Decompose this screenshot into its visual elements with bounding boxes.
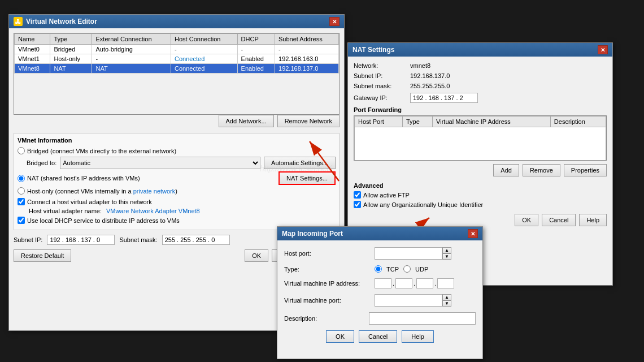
cell-vmnet1-subnet: 192.168.163.0 <box>275 54 339 64</box>
nat-subnet-mask-row: Subnet mask: 255.255.255.0 <box>354 83 607 89</box>
udp-radio[interactable] <box>403 265 411 273</box>
adapter-checkbox-row[interactable]: Connect a host virtual adapter to this n… <box>18 198 336 205</box>
pf-buttons: Add Remove Properties <box>354 164 607 176</box>
vne-ok-button[interactable]: OK <box>245 249 268 262</box>
map-ok-button[interactable]: OK <box>326 330 354 343</box>
hostonly-radio-row[interactable]: Host-only (connect VMs internally in a p… <box>18 187 336 195</box>
port-table-container: Host Port Type Virtual Machine IP Addres… <box>354 115 607 161</box>
map-title-bar[interactable]: Map Incoming Port ✕ <box>277 227 482 240</box>
remove-network-button[interactable]: Remove Network <box>277 115 340 127</box>
dhcp-checkbox[interactable] <box>18 217 25 224</box>
cell-vmnet8-host: Connected <box>171 64 237 74</box>
bridged-radio[interactable] <box>18 147 25 154</box>
vm-port-decrement[interactable]: ▼ <box>442 300 451 307</box>
host-port-row: Host port: ▲ ▼ <box>284 247 476 260</box>
auto-settings-button[interactable]: Automatic Settings... <box>264 157 336 169</box>
ftp-checkbox-row[interactable]: Allow active FTP <box>354 191 607 199</box>
cell-vmnet1-ext: - <box>92 54 171 64</box>
nat-subnet-ip-value: 192.168.137.0 <box>410 72 450 79</box>
map-close-button[interactable]: ✕ <box>468 229 478 238</box>
type-radio-group: TCP UDP <box>375 265 428 273</box>
nat-gateway-input[interactable] <box>410 93 478 103</box>
nat-ok-button[interactable]: OK <box>515 214 538 226</box>
type-row: Type: TCP UDP <box>284 265 476 273</box>
udp-label: UDP <box>415 266 428 273</box>
vm-ip-octet2[interactable] <box>395 278 412 288</box>
type-label: Type: <box>284 266 375 273</box>
network-buttons: Add Network... Remove Network <box>14 115 340 127</box>
map-help-button[interactable]: Help <box>402 330 434 343</box>
table-row[interactable]: VMnet0 Bridged Auto-bridging - - - <box>15 45 339 54</box>
nat-network-value: vmnet8 <box>410 62 430 69</box>
hostonly-radio[interactable] <box>18 187 25 195</box>
vmnet-info-label: VMnet Information <box>18 137 336 144</box>
subnet-ip-label: Subnet IP: <box>14 236 42 243</box>
vm-ip-octet4[interactable] <box>437 278 454 288</box>
vm-port-input[interactable] <box>375 294 442 307</box>
nat-cancel-button[interactable]: Cancel <box>542 214 576 226</box>
vm-ip-label: Virtual machine IP address: <box>284 280 375 287</box>
org-checkbox[interactable] <box>354 201 361 208</box>
cell-vmnet0-dhcp: - <box>237 45 275 54</box>
cell-vmnet8-dhcp: Enabled <box>237 64 275 74</box>
host-port-decrement[interactable]: ▼ <box>442 253 451 260</box>
pf-remove-button[interactable]: Remove <box>523 164 560 176</box>
map-content: Host port: ▲ ▼ Type: TCP UDP Virtual mac… <box>277 240 482 350</box>
table-row[interactable]: VMnet1 Host-only - Connected Enabled 192… <box>15 54 339 64</box>
nat-gateway-label: Gateway IP: <box>354 94 410 101</box>
subnet-mask-input[interactable] <box>162 235 230 245</box>
adapter-label: Connect a host virtual adapter to this n… <box>27 199 152 205</box>
cell-vmnet1-host: Connected <box>171 54 237 64</box>
nat-network-label: Network: <box>354 62 410 69</box>
advanced-label: Advanced <box>354 182 607 189</box>
host-port-input[interactable] <box>375 247 442 260</box>
nat-help-button[interactable]: Help <box>579 214 607 226</box>
vne-close-button[interactable]: ✕ <box>329 17 340 26</box>
restore-default-button[interactable]: Restore Default <box>14 249 71 262</box>
tcp-radio[interactable] <box>375 265 382 273</box>
ftp-checkbox[interactable] <box>354 191 361 199</box>
network-table-container: Name Type External Connection Host Conne… <box>14 33 340 115</box>
dhcp-checkbox-row[interactable]: Use local DHCP service to distribute IP … <box>18 217 336 224</box>
pf-col-desc: Description <box>550 117 606 127</box>
cell-vmnet8-name: VMnet8 <box>15 64 50 74</box>
cell-vmnet1-name: VMnet1 <box>15 54 50 64</box>
nat-settings-button[interactable]: NAT Settings... <box>279 171 336 185</box>
vm-ip-octet3[interactable] <box>416 278 433 288</box>
dhcp-label: Use local DHCP service to distribute IP … <box>27 217 180 224</box>
nat-radio[interactable] <box>18 175 25 182</box>
add-network-button[interactable]: Add Network... <box>219 115 274 127</box>
vm-ip-octet1[interactable] <box>375 278 391 288</box>
tcp-label: TCP <box>386 266 399 273</box>
map-cancel-button[interactable]: Cancel <box>359 330 397 343</box>
host-port-spinner-buttons: ▲ ▼ <box>442 247 451 260</box>
cell-vmnet1-type: Host-only <box>50 54 92 64</box>
adapter-checkbox[interactable] <box>18 198 25 205</box>
table-row[interactable]: VMnet8 NAT NAT Connected Enabled 192.168… <box>15 64 339 74</box>
host-port-increment[interactable]: ▲ <box>442 247 451 253</box>
pf-properties-button[interactable]: Properties <box>564 164 607 176</box>
nat-bottom-buttons: OK Cancel Help <box>354 214 607 226</box>
vne-title-text: Virtual Network Editor <box>26 18 97 25</box>
org-label: Allow any Organizationally Unique Identi… <box>363 201 483 208</box>
pf-col-type: Type <box>402 117 432 127</box>
bridged-to-select[interactable]: Automatic <box>60 157 260 169</box>
description-input[interactable] <box>369 312 476 325</box>
description-label: Description: <box>284 315 369 322</box>
pf-col-vm-ip: Virtual Machine IP Address <box>433 117 551 127</box>
vne-title-bar[interactable]: 🖧 Virtual Network Editor ✕ <box>9 15 344 28</box>
map-title-text: Map Incoming Port <box>282 230 343 238</box>
subnet-ip-input[interactable] <box>47 235 115 245</box>
bridged-radio-row[interactable]: Bridged (connect VMs directly to the ext… <box>18 147 336 154</box>
adapter-name-label: Host virtual adapter name: <box>29 208 102 214</box>
vm-port-increment[interactable]: ▲ <box>442 294 451 300</box>
subnet-mask-label: Subnet mask: <box>119 236 157 243</box>
cell-vmnet8-ext: NAT <box>92 64 171 74</box>
nat-close-button[interactable]: ✕ <box>598 45 608 54</box>
nat-radio-row: NAT (shared host's IP address with VMs) … <box>18 171 336 185</box>
pf-add-button[interactable]: Add <box>493 164 519 176</box>
nat-label: NAT (shared host's IP address with VMs) <box>27 175 140 182</box>
org-checkbox-row[interactable]: Allow any Organizationally Unique Identi… <box>354 201 607 208</box>
nat-title-bar[interactable]: NAT Settings ✕ <box>348 43 612 57</box>
vm-ip-inputs: . . . <box>375 278 454 288</box>
